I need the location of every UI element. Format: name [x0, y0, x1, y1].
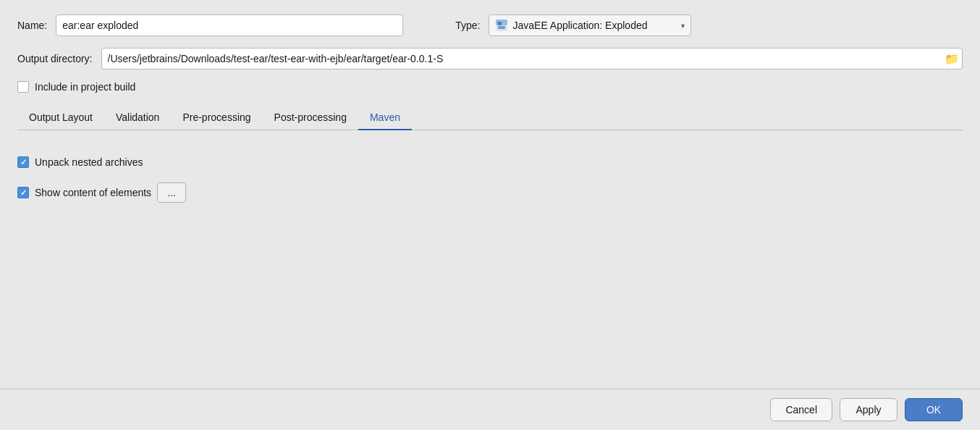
name-input[interactable] [56, 14, 403, 36]
chevron-down-icon: ▾ [681, 22, 685, 30]
type-value: JavaEE Application: Exploded [512, 20, 647, 31]
name-type-row: Name: Type: JavaEE Application: Exploded… [17, 14, 963, 36]
unpack-archives-row: Unpack nested archives [17, 156, 963, 168]
type-label: Type: [455, 20, 480, 31]
javaee-icon [495, 19, 508, 32]
main-content: Name: Type: JavaEE Application: Exploded… [0, 0, 980, 389]
tab-maven[interactable]: Maven [358, 107, 412, 130]
output-input[interactable] [102, 53, 942, 64]
show-content-row: Show content of elements ... [17, 182, 963, 203]
show-content-label: Show content of elements [35, 187, 151, 198]
cancel-button[interactable]: Cancel [770, 398, 832, 421]
output-row: Output directory: 📁 [17, 48, 963, 69]
show-content-checkbox[interactable] [17, 187, 29, 198]
output-input-wrapper: 📁 [101, 48, 963, 69]
unpack-archives-checkbox[interactable] [17, 156, 29, 168]
svg-rect-4 [498, 26, 505, 29]
name-label: Name: [17, 20, 47, 31]
tabs-row: Output Layout Validation Pre-processing … [17, 107, 963, 130]
show-content-options-button[interactable]: ... [157, 182, 186, 203]
tab-output-layout[interactable]: Output Layout [17, 107, 104, 130]
ok-button[interactable]: OK [905, 398, 963, 421]
output-label: Output directory: [17, 53, 93, 64]
tab-pre-processing[interactable]: Pre-processing [171, 107, 262, 130]
include-build-label: Include in project build [35, 81, 135, 93]
svg-rect-3 [502, 22, 505, 25]
type-dropdown[interactable]: JavaEE Application: Exploded ▾ [489, 14, 691, 36]
folder-icon: 📁 [945, 52, 959, 66]
svg-rect-2 [498, 22, 502, 25]
tab-post-processing[interactable]: Post-processing [263, 107, 358, 130]
include-build-row: Include in project build [17, 81, 963, 93]
tab-content-maven: Unpack nested archives Show content of e… [17, 142, 963, 381]
folder-browse-button[interactable]: 📁 [942, 49, 962, 69]
tab-validation[interactable]: Validation [104, 107, 171, 130]
footer: Cancel Apply OK [0, 389, 980, 430]
include-build-checkbox[interactable] [17, 81, 29, 93]
apply-button[interactable]: Apply [840, 398, 897, 421]
unpack-archives-label: Unpack nested archives [35, 156, 143, 168]
